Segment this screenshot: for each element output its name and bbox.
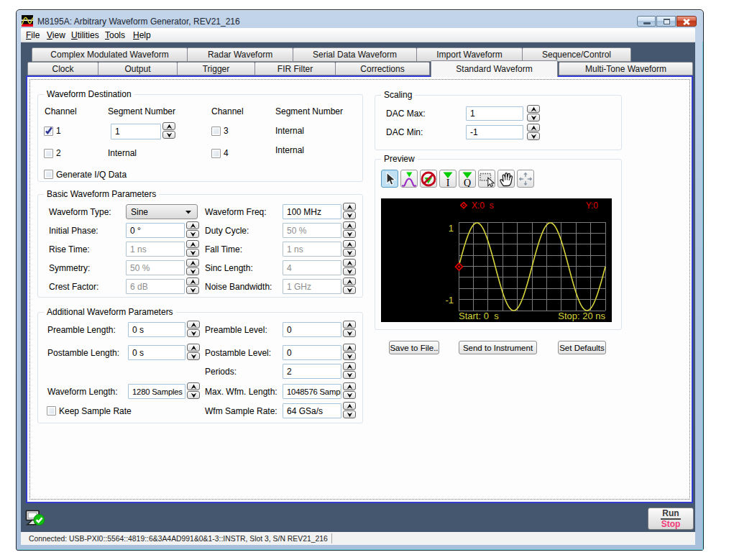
svg-text:X:0 s: X:0 s xyxy=(472,201,494,211)
svg-text:Y:0: Y:0 xyxy=(586,201,599,211)
svg-text:Start: 0 s: Start: 0 s xyxy=(459,311,499,321)
svg-text:I: I xyxy=(446,177,450,187)
svg-text:-1: -1 xyxy=(445,295,454,306)
svg-text:Stop: 20 ns: Stop: 20 ns xyxy=(558,311,605,321)
svg-text:1: 1 xyxy=(449,223,454,234)
svg-text:Q: Q xyxy=(464,177,471,187)
